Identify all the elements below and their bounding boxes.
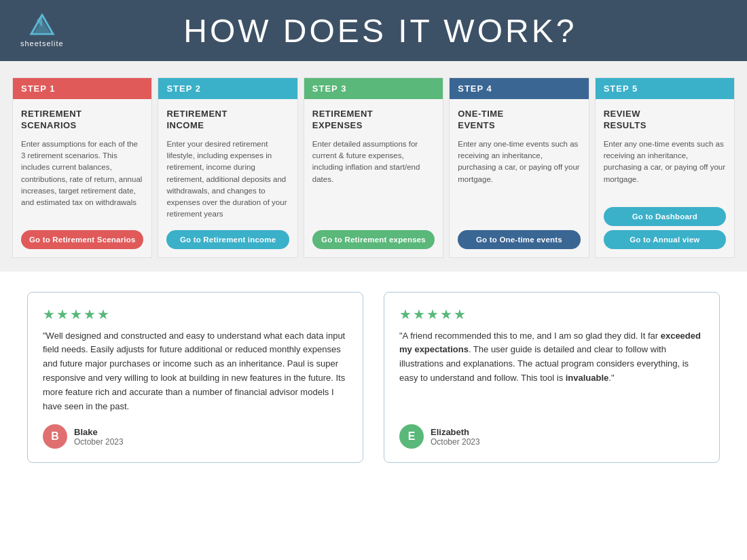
avatar-0: B (43, 424, 67, 449)
step-title-step5: REVIEW RESULTS (604, 109, 726, 132)
step-header-step2: STEP 2 (158, 78, 297, 99)
step-header-step1: STEP 1 (13, 78, 151, 99)
review-text-1: "A friend recommended this to me, and I … (399, 329, 704, 414)
page-title: HOW DOES IT WORK? (84, 12, 676, 50)
reviewer-name-0: Blake (74, 427, 124, 437)
step-desc-step1: Enter assumptions for each of the 3 reti… (21, 138, 143, 221)
step-header-step5: STEP 5 (596, 78, 734, 99)
step-header-step3: STEP 3 (304, 78, 443, 99)
step-btn-go-to-one-time-events[interactable]: Go to One-time events (458, 230, 580, 249)
avatar-1: E (399, 424, 424, 449)
step-body-step3: RETIREMENT EXPENSESEnter detailed assump… (304, 99, 443, 257)
reviewer-name-1: Elizabeth (431, 427, 480, 437)
step-buttons-step5: Go to DashboardGo to Annual view (604, 207, 726, 249)
reviewer-0: BBlakeOctober 2023 (43, 424, 348, 449)
step-card-step5: STEP 5REVIEW RESULTSEnter any one-time e… (595, 77, 735, 258)
reviewer-info-1: ElizabethOctober 2023 (431, 427, 480, 447)
reviewer-1: EElizabethOctober 2023 (399, 424, 704, 449)
reviewer-info-0: BlakeOctober 2023 (74, 427, 124, 447)
step-header-step4: STEP 4 (450, 78, 588, 99)
step-title-step2: RETIREMENT INCOME (166, 109, 289, 132)
reviewer-date-1: October 2023 (431, 437, 480, 447)
step-buttons-step4: Go to One-time events (458, 230, 580, 249)
logo-area: sheetselite (20, 14, 64, 48)
reviewer-date-0: October 2023 (74, 437, 124, 447)
step-desc-step4: Enter any one-time events such as receiv… (458, 138, 580, 221)
step-body-step4: ONE-TIME EVENTSEnter any one-time events… (450, 99, 588, 257)
step-title-step1: RETIREMENT SCENARIOS (21, 109, 143, 132)
step-buttons-step2: Go to Retirement income (166, 230, 289, 249)
step-desc-step3: Enter detailed assumptions for current &… (312, 138, 435, 221)
review-card-0: ★★★★★"Well designed and constructed and … (27, 292, 363, 464)
reviews-section: ★★★★★"Well designed and constructed and … (0, 272, 747, 484)
review-stars-0: ★★★★★ (43, 306, 348, 322)
logo-text: sheetselite (20, 39, 64, 48)
step-btn-go-to-retirement-income[interactable]: Go to Retirement income (166, 230, 289, 249)
step-card-step4: STEP 4ONE-TIME EVENTSEnter any one-time … (449, 77, 589, 258)
step-title-step3: RETIREMENT EXPENSES (312, 109, 435, 132)
review-stars-1: ★★★★★ (399, 306, 704, 322)
step-body-step5: REVIEW RESULTSEnter any one-time events … (596, 99, 734, 257)
page-header: sheetselite HOW DOES IT WORK? (0, 0, 747, 61)
step-card-step2: STEP 2RETIREMENT INCOMEEnter your desire… (158, 77, 297, 258)
step-btn-go-to-retirement-scenarios[interactable]: Go to Retirement Scenarios (21, 230, 143, 249)
step-btn-go-to-retirement-expenses[interactable]: Go to Retirement expenses (312, 230, 435, 249)
review-card-1: ★★★★★"A friend recommended this to me, a… (384, 292, 720, 464)
step-card-step3: STEP 3RETIREMENT EXPENSESEnter detailed … (304, 77, 443, 258)
step-btn-go-to-dashboard[interactable]: Go to Dashboard (604, 207, 726, 226)
step-body-step1: RETIREMENT SCENARIOSEnter assumptions fo… (13, 99, 151, 257)
step-card-step1: STEP 1RETIREMENT SCENARIOSEnter assumpti… (12, 77, 152, 258)
step-btn-go-to-annual-view[interactable]: Go to Annual view (604, 230, 726, 249)
step-desc-step5: Enter any one-time events such as receiv… (604, 138, 726, 198)
step-desc-step2: Enter your desired retirement lifestyle,… (166, 138, 289, 221)
steps-row: STEP 1RETIREMENT SCENARIOSEnter assumpti… (12, 77, 735, 258)
step-buttons-step3: Go to Retirement expenses (312, 230, 435, 249)
steps-section: STEP 1RETIREMENT SCENARIOSEnter assumpti… (0, 61, 747, 272)
step-buttons-step1: Go to Retirement Scenarios (21, 230, 143, 249)
step-body-step2: RETIREMENT INCOMEEnter your desired reti… (158, 99, 297, 257)
review-text-0: "Well designed and constructed and easy … (43, 329, 348, 414)
step-title-step4: ONE-TIME EVENTS (458, 109, 580, 132)
logo-icon (27, 14, 57, 38)
